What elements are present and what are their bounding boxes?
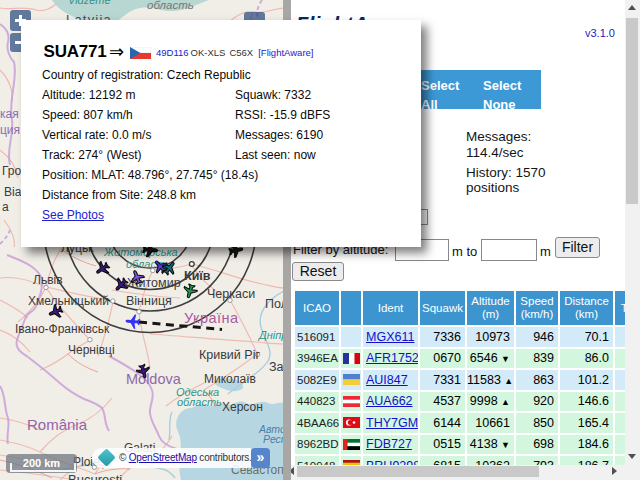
svg-text:Чернівці: Чернівці xyxy=(68,343,115,357)
svg-text:Дніпропетр: Дніпропетр xyxy=(257,329,283,341)
svg-text:Запоріжжя: Запоріжжя xyxy=(269,360,283,374)
svg-text:ция: ция xyxy=(0,123,20,137)
svg-text:Moldova: Moldova xyxy=(126,371,182,387)
svg-text:кая: кая xyxy=(0,107,19,121)
svg-text:Івано-Франківськ: Івано-Франківськ xyxy=(15,322,110,336)
svg-text:Хмельницький: Хмельницький xyxy=(28,294,109,308)
svg-text:a: a xyxy=(2,200,9,214)
svg-text:Bia: Bia xyxy=(4,185,22,199)
svg-text:Київ: Київ xyxy=(184,269,211,283)
svg-text:область: область xyxy=(147,0,194,11)
svg-text:Україна: Україна xyxy=(184,310,239,326)
svg-text:Львів: Львів xyxy=(33,273,63,287)
svg-text:Черкаси: Черкаси xyxy=(207,287,255,301)
svg-text:Гро: Гро xyxy=(2,164,21,178)
svg-text:Херсон: Херсон xyxy=(222,400,263,414)
svg-text:România: România xyxy=(27,416,88,433)
svg-text:București: București xyxy=(68,472,122,480)
svg-text:Кривий Ріг: Кривий Ріг xyxy=(199,348,260,362)
svg-text:Vidzeme: Vidzeme xyxy=(68,0,111,6)
svg-text:Миколаїв: Миколаїв xyxy=(204,372,256,386)
svg-text:Полтава: Полтава xyxy=(265,297,283,311)
svg-text:Житомирська: Житомирська xyxy=(103,246,178,258)
svg-text:Республіка: Республіка xyxy=(263,433,283,445)
svg-text:область: область xyxy=(177,396,222,408)
svg-text:Вінниця: Вінниця xyxy=(126,294,172,308)
